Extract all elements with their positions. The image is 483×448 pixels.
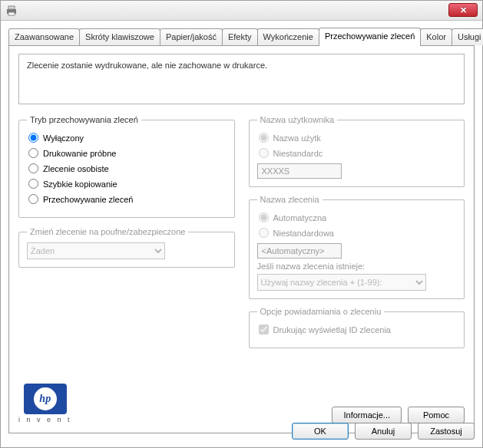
username-custom-label: Niestandardc bbox=[273, 149, 323, 158]
username-group: Nazwa użytkownika Nazwa użytk Niestandar… bbox=[249, 115, 465, 187]
mode-storage-radio[interactable] bbox=[28, 194, 38, 204]
username-input bbox=[257, 163, 342, 179]
secure-group: Zmień zlecenie na poufne/zabezpieczone Ż… bbox=[18, 227, 235, 268]
print-properties-window: ✕ Zaawansowane Skróty klawiszowe Papier/… bbox=[0, 0, 483, 448]
dialog-button-row: OK Anuluj Zastosuj bbox=[292, 423, 475, 440]
hp-logo: hp bbox=[24, 384, 67, 414]
storage-mode-legend: Tryb przechowywania zleceń bbox=[27, 115, 141, 124]
ok-button[interactable]: OK bbox=[292, 423, 349, 440]
secure-legend: Zmień zlecenie na poufne/zabezpieczone bbox=[27, 227, 188, 236]
jobname-custom-label: Niestandardowa bbox=[273, 229, 335, 238]
mode-storage-label: Przechowywanie zleceń bbox=[43, 195, 133, 204]
jobname-input bbox=[257, 243, 342, 259]
mode-personal-label: Zlecenie osobiste bbox=[43, 164, 109, 173]
mode-proof-label: Drukowanie próbne bbox=[43, 149, 116, 158]
storage-mode-group: Tryb przechowywania zleceń Wyłączony Dru… bbox=[18, 115, 235, 218]
tab-color[interactable]: Kolor bbox=[420, 28, 452, 45]
jobname-exists-label: Jeśli nazwa zlecenia istnieje: bbox=[257, 262, 457, 271]
username-custom: Niestandardc bbox=[259, 148, 457, 158]
notify-showid-checkbox bbox=[259, 324, 269, 334]
mode-off-label: Wyłączony bbox=[43, 133, 84, 143]
tab-job-storage[interactable]: Przechowywanie zleceń bbox=[319, 28, 421, 46]
jobname-auto-label: Automatyczna bbox=[273, 213, 327, 222]
apply-button[interactable]: Zastosuj bbox=[418, 423, 475, 440]
close-icon: ✕ bbox=[460, 5, 467, 15]
panel-button-row: Informacje... Pomoc bbox=[332, 407, 465, 423]
tab-paper-quality[interactable]: Papier/jakość bbox=[160, 28, 223, 45]
notify-legend: Opcje powiadamiania o zleceniu bbox=[257, 307, 385, 316]
tabstrip: Zaawansowane Skróty klawiszowe Papier/ja… bbox=[8, 27, 475, 45]
username-legend: Nazwa użytkownika bbox=[257, 115, 338, 124]
mode-quickcopy-radio[interactable] bbox=[28, 179, 38, 189]
tab-services[interactable]: Usługi bbox=[452, 28, 483, 45]
jobname-legend: Nazwa zlecenia bbox=[257, 195, 323, 204]
right-column: Nazwa użytkownika Nazwa użytk Niestandar… bbox=[249, 115, 465, 356]
jobname-custom: Niestandardowa bbox=[259, 228, 457, 238]
mode-personal[interactable]: Zlecenie osobiste bbox=[28, 163, 227, 173]
tab-advanced[interactable]: Zaawansowane bbox=[8, 28, 80, 45]
printer-icon bbox=[5, 5, 18, 17]
hp-logo-text: hp bbox=[34, 387, 57, 410]
status-message: Zlecenie zostanie wydrukowane, ale nie z… bbox=[18, 54, 465, 104]
tab-panel: Zlecenie zostanie wydrukowane, ale nie z… bbox=[8, 45, 475, 433]
svg-rect-2 bbox=[8, 12, 15, 15]
titlebar: ✕ bbox=[1, 1, 482, 21]
mode-proof[interactable]: Drukowanie próbne bbox=[28, 148, 227, 158]
jobname-exists-select: Używaj nazwy zlecenia + (1-99): bbox=[257, 274, 426, 291]
tab-effects[interactable]: Efekty bbox=[222, 28, 258, 45]
username-auto: Nazwa użytk bbox=[259, 133, 457, 143]
jobname-group: Nazwa zlecenia Automatyczna Niestandardo… bbox=[249, 195, 465, 299]
username-auto-label: Nazwa użytk bbox=[273, 133, 321, 143]
tab-shortcuts[interactable]: Skróty klawiszowe bbox=[79, 28, 160, 45]
mode-quickcopy-label: Szybkie kopiowanie bbox=[43, 180, 117, 189]
mode-storage[interactable]: Przechowywanie zleceń bbox=[28, 194, 227, 204]
hp-logo-area: hp i n v e n t bbox=[18, 384, 72, 423]
jobname-auto-radio bbox=[259, 212, 269, 222]
secure-select: Żaden bbox=[27, 242, 165, 259]
jobname-auto: Automatyczna bbox=[259, 212, 457, 222]
left-column: Tryb przechowywania zleceń Wyłączony Dru… bbox=[18, 115, 235, 356]
mode-proof-radio[interactable] bbox=[28, 148, 38, 158]
cancel-button[interactable]: Anuluj bbox=[355, 423, 412, 440]
tab-finishing[interactable]: Wykończenie bbox=[257, 28, 319, 45]
notify-group: Opcje powiadamiania o zleceniu Drukując … bbox=[249, 307, 465, 348]
mode-off-radio[interactable] bbox=[28, 133, 38, 143]
username-custom-radio bbox=[259, 148, 269, 158]
mode-off[interactable]: Wyłączony bbox=[28, 133, 227, 143]
invent-text: i n v e n t bbox=[18, 416, 72, 423]
help-button[interactable]: Pomoc bbox=[408, 407, 465, 423]
info-button[interactable]: Informacje... bbox=[332, 407, 402, 423]
jobname-custom-radio bbox=[259, 228, 269, 238]
mode-quickcopy[interactable]: Szybkie kopiowanie bbox=[28, 179, 227, 189]
notify-showid: Drukując wyświetlaj ID zlecenia bbox=[259, 324, 457, 334]
username-auto-radio bbox=[259, 133, 269, 143]
mode-personal-radio[interactable] bbox=[28, 163, 38, 173]
notify-showid-label: Drukując wyświetlaj ID zlecenia bbox=[273, 325, 391, 334]
columns: Tryb przechowywania zleceń Wyłączony Dru… bbox=[18, 115, 465, 356]
svg-rect-1 bbox=[8, 6, 15, 9]
close-button[interactable]: ✕ bbox=[448, 3, 478, 17]
dialog-content: Zaawansowane Skróty klawiszowe Papier/ja… bbox=[1, 21, 482, 447]
